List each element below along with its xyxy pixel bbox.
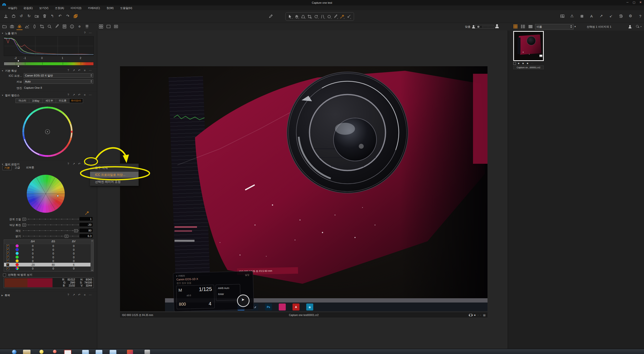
expand-icon[interactable]: ↗ [72,293,76,296]
viewer-layout-icon[interactable] [560,13,565,19]
taskbar-app-icon[interactable] [96,350,102,354]
menu-item[interactable]: 편집(E) [24,6,33,10]
rotate-tool-icon[interactable] [314,13,319,20]
trash-icon[interactable] [42,13,47,19]
row-checkbox[interactable]: ✔ [6,267,9,270]
taskbar-folder-icon[interactable] [23,350,30,354]
expand-icon[interactable]: ↗ [72,162,76,166]
menu-item[interactable]: 보기(V) [39,6,48,10]
slider-handle[interactable] [22,218,26,221]
color-balance-tab[interactable]: 하이라이 [70,99,83,103]
expand-icon[interactable]: ↗ [72,69,76,72]
rotate-right-icon[interactable]: ↻ [26,13,32,19]
slider-handle[interactable] [22,224,26,226]
help-icon[interactable]: ? [66,162,70,166]
menu-item[interactable]: 창(W) [106,6,114,10]
histogram[interactable] [4,36,94,56]
help-icon[interactable]: ? [83,31,86,34]
taskbar-app-icon[interactable] [110,350,116,354]
taskbar-app-icon[interactable] [144,350,150,354]
taskbar-app-icon[interactable] [53,350,56,353]
row-checkbox[interactable]: ✔ [6,263,9,266]
import-arrow-icon[interactable]: ↙ [608,13,614,19]
move-folder-icon[interactable] [34,13,40,19]
tab-info[interactable] [69,24,75,30]
reset-icon[interactable]: ↶ [78,93,81,96]
panel-menu-icon[interactable]: ⋯ [88,31,92,34]
color-editor-wheel[interactable] [26,174,65,213]
table-row[interactable]: ✔ 0 0 0 [4,266,94,270]
menu-item[interactable]: 이미지(I) [70,6,81,10]
panel-header-exposure[interactable]: ▼ 노출 평가 ?⋯ [2,31,96,35]
grid-overlay-icon[interactable] [579,13,584,19]
straighten-icon[interactable] [320,13,326,20]
exposure-meter[interactable] [4,62,94,66]
tab-shortcuts[interactable] [84,24,90,30]
slider-value[interactable]: 80 [80,228,92,232]
color-balance-tab[interactable]: 마스터 [16,99,29,103]
crop-tool-icon[interactable] [307,13,313,20]
help-icon[interactable]: ? [66,293,70,296]
slider-handle[interactable] [65,235,68,238]
annotation-a-icon[interactable]: A [589,13,594,19]
context-menu-item[interactable]: 도구 삭제 [90,165,138,171]
color-editor-tab[interactable]: 기본 [2,166,12,170]
exposure-warning-icon[interactable]: ⚠ [569,13,575,19]
thumb-stars[interactable]: ★ ★ ★ [518,62,529,65]
tab-details[interactable] [46,24,52,30]
list-icon[interactable]: ▤ [483,314,486,316]
primary-view-icon[interactable] [106,24,112,30]
tab-settings[interactable]: ⚙ [76,24,82,30]
color-balance-tab[interactable]: 3-Way [29,99,43,103]
history-back-icon[interactable]: ↰ [50,13,55,19]
help-icon[interactable]: ? [66,69,70,72]
color-editor-tab[interactable]: 피부톤 [24,166,36,170]
panel-header-color-balance[interactable]: ▼ 컬러 밸런스 ?↗↶≡⋯ [2,93,96,97]
row-checkbox[interactable]: ✔ [6,248,9,251]
tab-library[interactable] [2,24,8,30]
help-icon[interactable]: ? [638,13,643,19]
table-row[interactable]: ✔ 0 0 0 [4,248,94,252]
proof-view-icon[interactable] [113,24,119,30]
panel-menu-icon[interactable]: ⋯ [88,69,92,72]
maximize-button[interactable]: ▢ [632,1,636,4]
brush-icon[interactable] [333,13,339,20]
thumb-star-dots[interactable]: · · [531,62,533,65]
slider-value[interactable]: -20 [80,223,92,226]
color-editor-tab[interactable]: 고급 [13,166,22,170]
tab-adjustments[interactable] [54,24,60,30]
fit-label[interactable]: 맞춤 [465,25,470,29]
tab-color[interactable] [16,24,22,30]
keystone-icon[interactable] [301,13,306,20]
rating-stars[interactable]: ★★★ · · [468,314,482,316]
menu-item[interactable]: 파일(F) [8,6,17,10]
tab-metadata[interactable] [62,24,68,30]
color-picker-icon[interactable] [340,13,345,20]
panel-menu-icon[interactable]: ⋯ [88,293,92,296]
photo-canvas[interactable]: LrPsA◉ ISO 200 1/125 초 f/3.5 80 mm ▼ 카메라… [120,66,488,311]
close-button[interactable]: ✕ [638,1,642,4]
start-button-icon[interactable] [12,350,16,354]
slider-handle[interactable] [74,229,78,232]
context-menu-item[interactable]: ICC 프로파일로 저장... [90,172,138,178]
table-scrollbar[interactable]: ▲▼ [90,240,94,271]
color-balance-wheel[interactable] [21,106,74,158]
import-icon[interactable] [3,13,8,19]
table-row[interactable]: ✔ 0 0 0 [4,259,94,263]
reset-icon[interactable]: ↶ [78,162,81,166]
curve-dropdown[interactable]: Auto [24,79,93,84]
expand-icon[interactable]: ↗ [72,93,76,96]
panel-header-base[interactable]: ▼ 기본 특성 ?↗↶≡⋯ [2,69,96,73]
thumbnail[interactable] [513,31,544,61]
meter-marker-top[interactable] [18,60,19,62]
taskbar-app-icon[interactable] [40,350,44,354]
preferences-gear-icon[interactable]: ⚙ [628,13,633,19]
color-balance-tab[interactable]: 미드톤 [56,99,70,103]
row-checkbox[interactable]: ✔ [6,256,9,259]
icc-profile-dropdown[interactable]: Canon EOS-1D X 일반 [24,73,93,78]
browser-film-view-icon[interactable] [528,24,534,30]
pan-hand-icon[interactable] [294,13,300,20]
help-icon[interactable]: ? [66,93,70,96]
table-row[interactable]: ✔ 0 0 0 [4,255,94,259]
print-icon[interactable] [618,13,624,19]
